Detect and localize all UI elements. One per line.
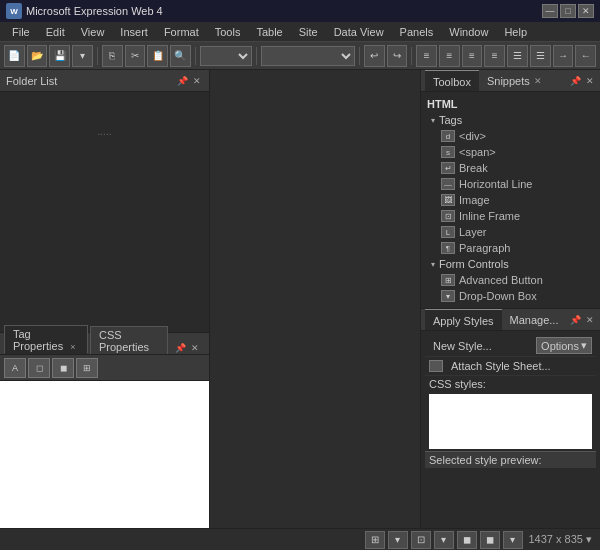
menu-edit[interactable]: Edit [38,24,73,40]
attach-stylesheet-button[interactable]: Attach Style Sheet... [447,359,555,373]
props-close-btn[interactable]: ✕ [189,342,201,354]
menu-help[interactable]: Help [496,24,535,40]
tb-align4[interactable]: ≡ [484,45,505,67]
tb-indent2[interactable]: ← [575,45,596,67]
app-icon: W [6,3,22,19]
status-icon-5[interactable]: ◼ [457,531,477,549]
status-icon-3[interactable]: ⊡ [411,531,431,549]
maximize-button[interactable]: □ [560,4,576,18]
status-bar: ⊞ ▾ ⊡ ▾ ◼ ◼ ▾ 1437 x 835 ▾ [0,528,600,550]
toolbox-item-dropdown[interactable]: ▾ Drop-Down Box [421,288,600,304]
tb-list2[interactable]: ☰ [530,45,551,67]
tb-save-btn[interactable]: 💾 [49,45,70,67]
tb-redo-btn[interactable]: ↪ [387,45,408,67]
tab-css-properties[interactable]: CSS Properties [90,326,168,354]
toolbox-item-break[interactable]: ↵ Break [421,160,600,176]
toolbox-item-span[interactable]: s <span> [421,144,600,160]
apply-styles-panel: Apply Styles Manage... 📌 ✕ New Style... [421,309,600,528]
folder-list-title: Folder List [6,75,57,87]
menu-file[interactable]: File [4,24,38,40]
tb-btn2[interactable]: ⎘ [102,45,123,67]
props-btn-4[interactable]: ⊞ [76,358,98,378]
toolbox-pin-btn[interactable]: 📌 [569,75,581,87]
apply-styles-pin-btn[interactable]: 📌 [569,314,581,326]
tb-align1[interactable]: ≡ [416,45,437,67]
tab-snippets[interactable]: Snippets ✕ [479,70,550,91]
center-editing-area[interactable] [210,70,420,528]
tab-tag-properties[interactable]: Tag Properties × [4,325,88,354]
toolbox-item-advbtn[interactable]: ⊞ Advanced Button [421,272,600,288]
folder-list-close-btn[interactable]: ✕ [191,75,203,87]
menu-format[interactable]: Format [156,24,207,40]
props-btn-1[interactable]: A [4,358,26,378]
tb-indent1[interactable]: → [553,45,574,67]
folder-list-panel: Folder List 📌 ✕ ..... [0,70,209,333]
menu-insert[interactable]: Insert [112,24,156,40]
close-button[interactable]: ✕ [578,4,594,18]
menu-bar: File Edit View Insert Format Tools Table… [0,22,600,42]
toolbox-close-btn[interactable]: ✕ [584,75,596,87]
tb-style-dropdown[interactable] [200,46,252,66]
toolbox-header: Toolbox Snippets ✕ 📌 ✕ [421,70,600,92]
tb-btn3[interactable]: ✂ [125,45,146,67]
options-button[interactable]: Options ▾ [536,337,592,354]
status-icon-1[interactable]: ⊞ [365,531,385,549]
folder-list-placeholder: ..... [4,126,205,137]
props-btn-3[interactable]: ◼ [52,358,74,378]
tb-btn5[interactable]: 🔍 [170,45,191,67]
toolbox-item-paragraph[interactable]: ¶ Paragraph [421,240,600,256]
toolbox-item-layer[interactable]: L Layer [421,224,600,240]
tb-align3[interactable]: ≡ [462,45,483,67]
apply-styles-content: New Style... Options ▾ Attach Style Shee… [421,331,600,528]
menu-view[interactable]: View [73,24,113,40]
tb-sep3 [256,47,257,65]
tb-list1[interactable]: ☰ [507,45,528,67]
tb-open-btn[interactable]: 📂 [27,45,48,67]
properties-panel: Tag Properties × CSS Properties 📌 ✕ A ◻ … [0,333,209,528]
folder-list-pin-btn[interactable]: 📌 [176,75,188,87]
toolbox-item-image[interactable]: 🖼 Image [421,192,600,208]
toolbox-item-iframe[interactable]: ⊡ Inline Frame [421,208,600,224]
tb-align2[interactable]: ≡ [439,45,460,67]
folder-list-title-area: Folder List [6,75,57,87]
menu-table[interactable]: Table [248,24,290,40]
tags-arrow-icon: ▾ [431,116,435,125]
menu-panels[interactable]: Panels [392,24,442,40]
props-content-area [0,381,209,528]
status-icon-2[interactable]: ▾ [388,531,408,549]
tb-btn4[interactable]: 📋 [147,45,168,67]
menu-window[interactable]: Window [441,24,496,40]
props-btn-2[interactable]: ◻ [28,358,50,378]
menu-tools[interactable]: Tools [207,24,249,40]
status-icon-4[interactable]: ▾ [434,531,454,549]
right-panel: Toolbox Snippets ✕ 📌 ✕ HTML ▾ [420,70,600,528]
apply-styles-btns-row: New Style... Options ▾ [425,335,596,357]
menu-dataview[interactable]: Data View [326,24,392,40]
toolbox-tags-category[interactable]: ▾ Tags [421,112,600,128]
status-icon-6[interactable]: ◼ [480,531,500,549]
apply-styles-close-btn[interactable]: ✕ [584,314,596,326]
tb-new-btn[interactable]: 📄 [4,45,25,67]
folder-list-content: ..... [0,92,209,332]
div-icon: d [441,130,455,142]
tb-arrow-btn[interactable]: ▾ [72,45,93,67]
new-style-button[interactable]: New Style... [429,339,496,353]
menu-site[interactable]: Site [291,24,326,40]
toolbox-item-div[interactable]: d <div> [421,128,600,144]
props-toolbar: A ◻ ◼ ⊞ [0,355,209,381]
status-icon-7[interactable]: ▾ [503,531,523,549]
props-pin-btn[interactable]: 📌 [174,342,186,354]
snippets-tab-x[interactable]: ✕ [534,76,542,86]
break-icon: ↵ [441,162,455,174]
tag-props-close[interactable]: × [70,342,75,352]
toolbox-formcontrols-category[interactable]: ▾ Form Controls [421,256,600,272]
tab-apply-styles[interactable]: Apply Styles [425,309,502,330]
tb-undo-btn[interactable]: ↩ [364,45,385,67]
tab-manage[interactable]: Manage... [502,309,567,330]
minimize-button[interactable]: — [542,4,558,18]
tab-toolbox[interactable]: Toolbox [425,70,479,91]
tb-font-dropdown[interactable] [261,46,355,66]
toolbox-content: HTML ▾ Tags d <div> s <span> ↵ Break [421,92,600,308]
form-arrow-icon: ▾ [431,260,435,269]
toolbox-item-hr[interactable]: — Horizontal Line [421,176,600,192]
